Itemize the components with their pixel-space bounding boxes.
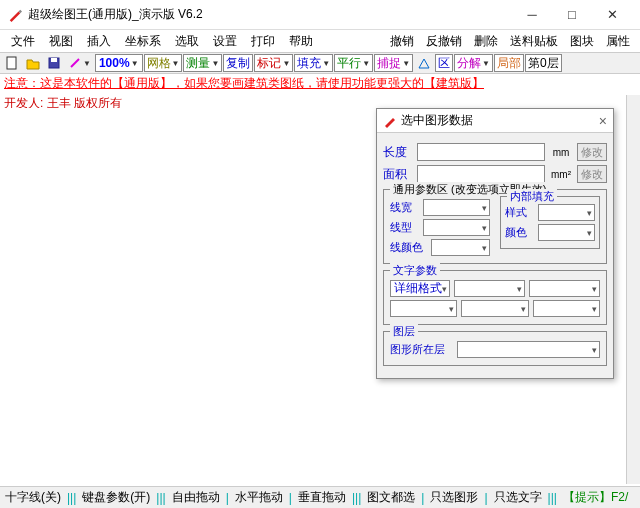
open-icon[interactable] [23, 54, 43, 72]
area-label: 面积 [383, 166, 413, 183]
svg-rect-0 [7, 57, 16, 69]
menu-insert[interactable]: 插入 [80, 33, 118, 50]
maximize-button[interactable]: □ [552, 1, 592, 29]
toolbar: ▼ 100%▼ 网格▼ 测量▼ 复制 标记▼ 填充▼ 平行▼ 捕捉▼ 区 分解▼… [0, 52, 640, 74]
text-params-title: 文字参数 [390, 263, 440, 278]
innerfill-title: 内部填充 [507, 189, 557, 204]
detail-format-select[interactable]: 详细格式 [390, 280, 450, 297]
tool-split[interactable]: 分解▼ [454, 54, 493, 72]
status-crosshair[interactable]: 十字线(关) [2, 489, 64, 506]
linetype-select[interactable] [423, 219, 490, 236]
panel-close-icon[interactable]: × [599, 113, 607, 129]
selection-data-panel: 选中图形数据 × 长度 mm 修改 面积 mm² 修改 通用参数区 (改变选项立… [376, 108, 614, 379]
status-seltext[interactable]: 只选文字 [491, 489, 545, 506]
app-icon [8, 8, 22, 22]
zoom-level[interactable]: 100%▼ [95, 54, 143, 72]
status-hdrag[interactable]: 水平拖动 [232, 489, 286, 506]
linewidth-label: 线宽 [390, 200, 420, 215]
minimize-button[interactable]: ─ [512, 1, 552, 29]
menu-block[interactable]: 图块 [564, 33, 600, 50]
length-input[interactable] [417, 143, 545, 161]
tool-copy[interactable]: 复制 [223, 54, 253, 72]
tool-zone[interactable]: 区 [435, 54, 453, 72]
linetype-label: 线型 [390, 220, 420, 235]
tool-snap[interactable]: 捕捉▼ [374, 54, 413, 72]
panel-icon [383, 114, 397, 128]
text-select-5[interactable] [461, 300, 528, 317]
vertical-scrollbar[interactable] [626, 95, 640, 484]
menu-view[interactable]: 视图 [42, 33, 80, 50]
tool-measure[interactable]: 测量▼ [183, 54, 222, 72]
linecolor-label: 线颜色 [390, 240, 428, 255]
menu-delete[interactable]: 删除 [468, 33, 504, 50]
text-select-6[interactable] [533, 300, 600, 317]
statusbar: 十字线(关)||| 键盘参数(开)||| 自由拖动| 水平拖动| 垂直拖动|||… [0, 486, 640, 508]
linecolor-select[interactable] [431, 239, 490, 256]
length-unit: mm [549, 147, 573, 158]
menubar: 文件 视图 插入 坐标系 选取 设置 打印 帮助 撤销 反撤销 删除 送料贴板 … [0, 30, 640, 52]
panel-title: 选中图形数据 [401, 112, 473, 129]
tool-layer[interactable]: 第0层 [525, 54, 562, 72]
svg-rect-2 [51, 58, 57, 62]
menu-redo[interactable]: 反撤销 [420, 33, 468, 50]
color-select[interactable] [538, 224, 595, 241]
menu-undo[interactable]: 撤销 [384, 33, 420, 50]
window-title: 超级绘图王(通用版)_演示版 V6.2 [28, 6, 512, 23]
tool-local[interactable]: 局部 [494, 54, 524, 72]
text-select-3[interactable] [529, 280, 600, 297]
save-icon[interactable] [44, 54, 64, 72]
menu-props[interactable]: 属性 [600, 33, 636, 50]
length-modify-button[interactable]: 修改 [577, 143, 607, 161]
menu-print[interactable]: 打印 [244, 33, 282, 50]
status-vdrag[interactable]: 垂直拖动 [295, 489, 349, 506]
close-button[interactable]: ✕ [592, 1, 632, 29]
text-select-2[interactable] [454, 280, 525, 297]
layer-label: 图形所在层 [390, 342, 454, 357]
tool-fill[interactable]: 填充▼ [294, 54, 333, 72]
menu-file[interactable]: 文件 [4, 33, 42, 50]
length-label: 长度 [383, 144, 413, 161]
status-free-drag[interactable]: 自由拖动 [169, 489, 223, 506]
tool-parallel[interactable]: 平行▼ [334, 54, 373, 72]
status-keyboard[interactable]: 键盘参数(开) [79, 489, 153, 506]
menu-settings[interactable]: 设置 [206, 33, 244, 50]
style-label: 样式 [505, 205, 535, 220]
tool-mark[interactable]: 标记▼ [254, 54, 293, 72]
menu-clipboard[interactable]: 送料贴板 [504, 33, 564, 50]
area-modify-button[interactable]: 修改 [577, 165, 607, 183]
new-icon[interactable] [2, 54, 22, 72]
text-select-4[interactable] [390, 300, 457, 317]
tool-shape-icon[interactable] [414, 54, 434, 72]
menu-help[interactable]: 帮助 [282, 33, 320, 50]
color-label: 颜色 [505, 225, 535, 240]
area-input[interactable] [417, 165, 545, 183]
status-tip: 【提示】F2/ [560, 489, 631, 506]
tool-grid[interactable]: 网格▼ [144, 54, 183, 72]
menu-select[interactable]: 选取 [168, 33, 206, 50]
layer-select[interactable] [457, 341, 600, 358]
area-unit: mm² [549, 169, 573, 180]
style-select[interactable] [538, 204, 595, 221]
menu-coord[interactable]: 坐标系 [118, 33, 168, 50]
tool-misc-icon[interactable]: ▼ [65, 54, 94, 72]
linewidth-select[interactable] [423, 199, 490, 216]
layer-group-title: 图层 [390, 324, 418, 339]
status-selgraph[interactable]: 只选图形 [427, 489, 481, 506]
status-selall[interactable]: 图文都选 [364, 489, 418, 506]
notice-bar: 注意：这是本软件的【通用版】，如果您要画建筑类图纸，请使用功能更强大的【建筑版】 [0, 74, 640, 93]
